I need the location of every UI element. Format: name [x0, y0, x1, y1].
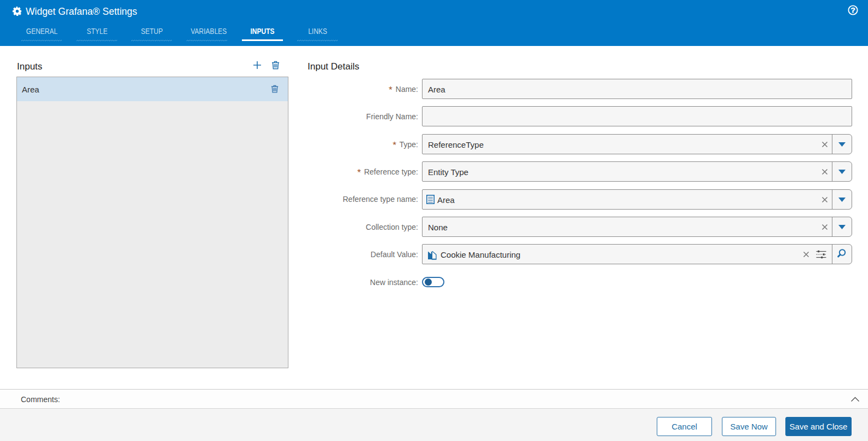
- svg-text:?: ?: [850, 6, 855, 14]
